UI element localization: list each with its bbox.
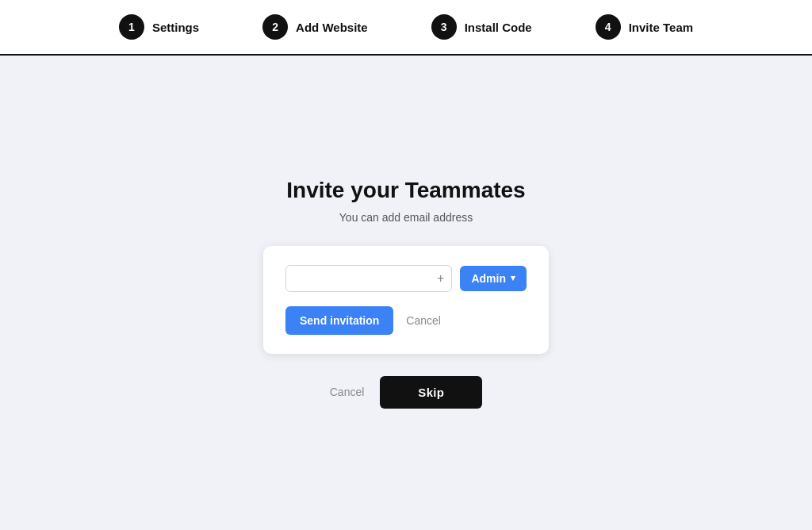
page-container: 1 Settings 2 Add Website 3 Install Code … xyxy=(0,0,812,530)
cancel-inline-button[interactable]: Cancel xyxy=(406,314,441,327)
stepper-header: 1 Settings 2 Add Website 3 Install Code … xyxy=(0,0,812,56)
page-subtitle: You can add email address xyxy=(339,211,473,224)
email-input-wrapper: + xyxy=(285,265,452,292)
step-2-label: Add Website xyxy=(296,21,368,34)
admin-dropdown-button[interactable]: Admin ▾ xyxy=(460,266,527,291)
step-3-label: Install Code xyxy=(465,21,532,34)
email-input[interactable] xyxy=(285,265,452,292)
skip-button[interactable]: Skip xyxy=(380,376,482,409)
step-3-circle: 3 xyxy=(431,14,457,40)
invite-input-row: + Admin ▾ xyxy=(285,265,527,292)
step-1[interactable]: 1 Settings xyxy=(119,14,199,40)
send-invitation-button[interactable]: Send invitation xyxy=(285,306,393,335)
invite-card: + Admin ▾ Send invitation Cancel xyxy=(263,246,549,354)
step-2-circle: 2 xyxy=(262,14,288,40)
step-1-circle: 1 xyxy=(119,14,144,40)
bottom-actions: Cancel Skip xyxy=(330,376,482,409)
step-4-label: Invite Team xyxy=(629,21,693,34)
chevron-down-icon: ▾ xyxy=(511,273,515,283)
step-2[interactable]: 2 Add Website xyxy=(262,14,368,40)
page-title: Invite your Teammates xyxy=(286,178,525,203)
step-1-label: Settings xyxy=(152,21,199,34)
cancel-bottom-button[interactable]: Cancel xyxy=(330,386,365,398)
card-actions: Send invitation Cancel xyxy=(285,306,527,335)
admin-dropdown-label: Admin xyxy=(471,272,506,285)
step-4[interactable]: 4 Invite Team xyxy=(596,14,693,40)
step-3[interactable]: 3 Install Code xyxy=(431,14,532,40)
main-content: Invite your Teammates You can add email … xyxy=(0,56,812,530)
step-4-circle: 4 xyxy=(596,14,621,40)
